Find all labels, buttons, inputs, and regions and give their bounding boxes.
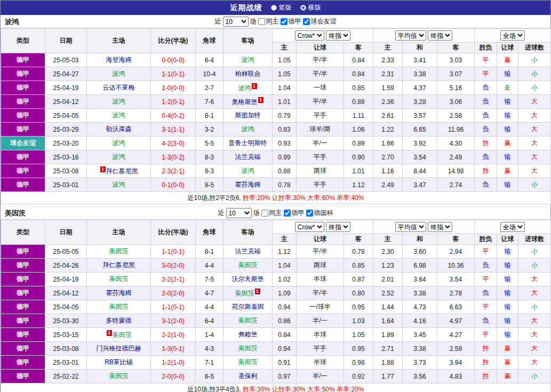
match-score[interactable]: 2-0(2-0) <box>151 286 196 300</box>
match-score[interactable]: 3-1(2-0) <box>151 314 196 328</box>
match-score[interactable]: 3-0(2-0) <box>151 259 196 273</box>
league-type-cell: 德甲 <box>1 178 45 192</box>
league-checkbox[interactable] <box>281 18 288 25</box>
match-score[interactable]: 0-4(0-2) <box>151 109 196 123</box>
away-team-cell[interactable]: 美因茨 <box>223 342 273 356</box>
away-team-cell[interactable]: 弗赖堡 <box>223 328 273 342</box>
away-team-cell[interactable]: 奥格斯堡1 <box>223 95 273 109</box>
away-team-cell[interactable]: 美因茨1 <box>223 286 273 300</box>
away-team-cell[interactable]: 斯图加特 <box>223 109 273 123</box>
filter-league[interactable]: 德甲 <box>281 17 301 26</box>
result-goals: 大 <box>518 314 551 328</box>
away-team-cell[interactable]: 波鸿 <box>223 164 273 178</box>
filter-cup[interactable]: 德国杯 <box>306 209 333 218</box>
friendly-checkbox[interactable] <box>303 18 310 25</box>
match-score[interactable]: 2-3(2-1) <box>151 164 196 178</box>
result-handicap: 输 <box>497 178 518 192</box>
match-score[interactable]: 1-2(1-0) <box>151 356 196 370</box>
home-team-cell[interactable]: 美因茨 <box>87 370 151 383</box>
home-team-cell[interactable]: 云达不莱梅 <box>87 81 151 95</box>
euro-source-select[interactable]: 平均值 <box>395 30 426 41</box>
home-team-cell[interactable]: 波鸿 <box>87 178 151 192</box>
match-date: 25-03-15 <box>45 328 87 342</box>
match-score[interactable]: 2-0(0-0) <box>151 370 196 383</box>
match-score[interactable]: 0-0(0-0) <box>151 53 196 67</box>
home-team-cell[interactable]: 波鸿 <box>87 137 151 150</box>
away-team-cell[interactable]: 沃尔夫斯堡 <box>223 273 273 286</box>
away-team-cell[interactable]: 圣保利 <box>223 370 273 383</box>
filter-friendly[interactable]: 球会友谊 <box>303 17 337 26</box>
result-handicap: 输 <box>497 273 518 286</box>
same-home-checkbox[interactable] <box>258 18 265 25</box>
match-score[interactable]: 1-1(0-1) <box>151 300 196 314</box>
asian-source-select[interactable]: Crow* <box>295 222 324 232</box>
asian-away-odds: 0.95 <box>344 300 373 314</box>
home-team-cell[interactable]: 拜仁慕尼黑 <box>87 259 151 273</box>
asian-source-select[interactable]: Crow* <box>295 30 324 41</box>
recent-count-select[interactable]: 10 <box>223 17 249 27</box>
match-score[interactable]: 4-2(3-0) <box>151 137 196 150</box>
red-card-badge: 1 <box>252 83 257 89</box>
asian-home-odds: 0.91 <box>273 356 297 370</box>
asian-away-odds: 0.95 <box>344 342 373 356</box>
away-team-cell[interactable]: 美因茨 <box>223 314 273 328</box>
asian-away-odds: 0.84 <box>344 67 373 81</box>
away-team-cell[interactable]: 荷尔斯泰因 <box>223 300 273 314</box>
league-type-cell: 德甲 <box>1 95 45 109</box>
match-score[interactable]: 1-2(0-1) <box>151 95 196 109</box>
scope-select[interactable]: 全场 <box>500 30 525 41</box>
away-team-cell[interactable]: 波鸿 <box>223 53 273 67</box>
home-team-cell[interactable]: 1拜仁慕尼黑 <box>87 164 151 178</box>
away-team-cell[interactable]: 美因茨 <box>223 259 273 273</box>
home-team-cell[interactable]: 美因茨 <box>87 300 151 314</box>
home-team-cell[interactable]: 波鸿 <box>87 109 151 123</box>
match-score[interactable]: 2-2(2-1) <box>151 273 196 286</box>
home-team-cell[interactable]: 1美因茨 <box>87 328 151 342</box>
recent-count-select[interactable]: 10 <box>226 208 252 218</box>
home-team-cell[interactable]: 美因茨 <box>87 273 151 286</box>
away-team-cell[interactable]: 波鸿 <box>223 123 273 137</box>
home-team-cell[interactable]: 霍芬海姆 <box>87 286 151 300</box>
match-score[interactable]: 1-1(0-1) <box>151 67 196 81</box>
away-team-cell[interactable]: 波鸿1 <box>223 81 273 95</box>
filter-same-home[interactable]: 同主 <box>258 17 279 26</box>
opponent-team-name: 法兰克福 <box>235 153 261 161</box>
euro-time-select[interactable]: 终指 <box>428 222 452 232</box>
cup-checkbox[interactable] <box>306 210 313 217</box>
away-team-cell[interactable]: 法兰克福 <box>223 245 273 259</box>
euro-home-odds: 1.22 <box>373 123 403 137</box>
home-team-cell[interactable]: 勒沃库森 <box>87 123 151 137</box>
away-team-cell[interactable]: 柏林联合 <box>223 67 273 81</box>
scope-select[interactable]: 全场 <box>500 222 525 232</box>
home-team-cell[interactable]: RB莱比锡 <box>87 356 151 370</box>
same-home-checkbox[interactable] <box>261 210 268 217</box>
layout-option-horizontal[interactable]: 横版 <box>300 3 321 12</box>
away-team-cell[interactable]: 霍芬海姆 <box>223 178 273 192</box>
home-team-cell[interactable]: 门兴格拉德巴赫 <box>87 342 151 356</box>
match-score[interactable]: 0-1(0-0) <box>151 178 196 192</box>
home-team-cell[interactable]: 海登海姆 <box>87 53 151 67</box>
match-score[interactable]: 1-3(0-2) <box>151 150 196 164</box>
result-goals: 大 <box>518 109 551 123</box>
away-team-cell[interactable]: 法兰克福 <box>223 150 273 164</box>
match-score[interactable]: 1-1(0-1) <box>151 245 196 259</box>
layout-option-vertical[interactable]: 竖版 <box>271 3 292 12</box>
asian-time-select[interactable]: 终指 <box>326 222 350 232</box>
match-score[interactable]: 1-3(0-1) <box>151 342 196 356</box>
filter-same-home[interactable]: 同主 <box>261 209 282 218</box>
league-checkbox[interactable] <box>284 210 291 217</box>
home-team-cell[interactable]: 波鸿 <box>87 150 151 164</box>
home-team-cell[interactable]: 波鸿 <box>87 67 151 81</box>
euro-source-select[interactable]: 平均值 <box>395 222 426 232</box>
filter-league[interactable]: 德甲 <box>284 209 305 218</box>
euro-time-select[interactable]: 终指 <box>428 30 452 41</box>
away-team-cell[interactable]: 美因茨 <box>223 356 273 370</box>
match-score[interactable]: 3-1(1-1) <box>151 123 196 137</box>
match-score[interactable]: 2-2(1-0) <box>151 328 196 342</box>
asian-time-select[interactable]: 终指 <box>326 30 350 41</box>
away-team-cell[interactable]: 普鲁士明斯特 <box>223 137 273 150</box>
match-score[interactable]: 1-0(0-0) <box>151 81 196 95</box>
home-team-cell[interactable]: 美因茨 <box>87 245 151 259</box>
home-team-cell[interactable]: 波鸿 <box>87 95 151 109</box>
home-team-cell[interactable]: 多特蒙德 <box>87 314 151 328</box>
